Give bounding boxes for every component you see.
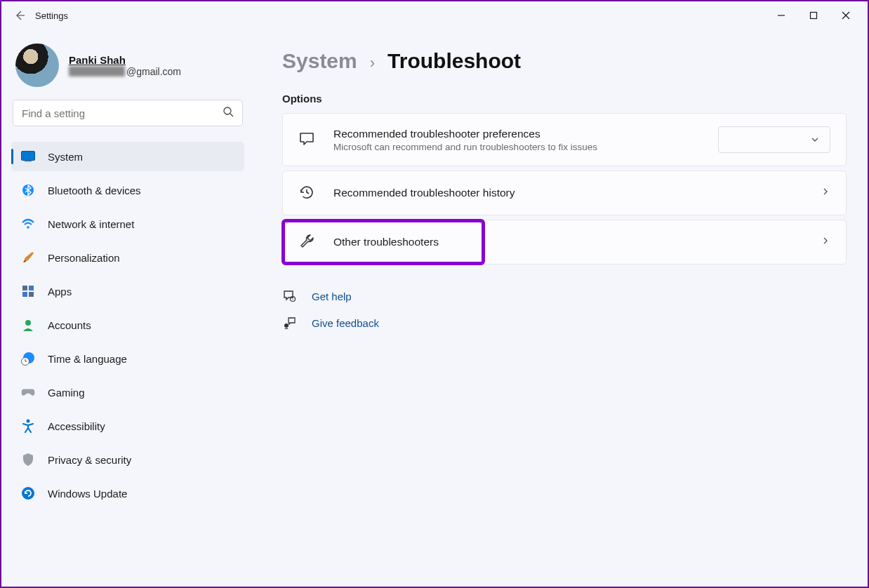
back-button[interactable]: [7, 3, 32, 28]
sidebar-item-privacy[interactable]: Privacy & security: [11, 445, 244, 474]
email-redacted: [69, 66, 125, 76]
link-label: Get help: [312, 290, 352, 302]
sidebar-item-label: Personalization: [48, 252, 120, 264]
give-feedback-link[interactable]: Give feedback: [282, 309, 847, 336]
card-other-troubleshooters[interactable]: Other troubleshooters: [282, 220, 847, 265]
minimize-button[interactable]: [765, 4, 797, 27]
get-help-link[interactable]: ? Get help: [282, 283, 847, 309]
sidebar-item-time[interactable]: Time & language: [11, 344, 244, 373]
system-icon: [21, 149, 35, 163]
preferences-dropdown[interactable]: [718, 126, 830, 153]
sidebar-item-network[interactable]: Network & internet: [11, 209, 244, 239]
card-title: Recommended troubleshooter preferences: [333, 128, 597, 140]
sidebar-item-label: Privacy & security: [48, 454, 131, 466]
sidebar: Panki Shah @gmail.com System Bluetooth &…: [1, 29, 254, 587]
sidebar-item-bluetooth[interactable]: Bluetooth & devices: [11, 175, 244, 205]
feedback-icon: [282, 316, 296, 330]
svg-point-14: [22, 487, 34, 500]
globe-clock-icon: [21, 352, 35, 366]
card-title: Recommended troubleshooter history: [333, 187, 515, 199]
sidebar-item-label: Accounts: [48, 319, 91, 331]
section-label: Options: [282, 93, 847, 105]
sidebar-item-gaming[interactable]: Gaming: [11, 377, 244, 407]
maximize-button[interactable]: [797, 4, 830, 27]
search-icon: [223, 106, 234, 120]
sidebar-item-label: Gaming: [48, 387, 85, 399]
titlebar: Settings: [1, 1, 868, 29]
close-button[interactable]: [830, 4, 862, 27]
chevron-right-icon: ›: [370, 54, 375, 72]
history-icon: [298, 184, 317, 202]
svg-point-5: [27, 226, 29, 229]
svg-point-10: [25, 320, 31, 326]
profile-email: @gmail.com: [69, 66, 181, 77]
wifi-icon: [21, 217, 35, 231]
gamepad-icon: [21, 385, 35, 399]
sidebar-item-label: Bluetooth & devices: [48, 185, 141, 196]
main-content: System › Troubleshoot Options Recommende…: [254, 29, 868, 587]
svg-rect-7: [29, 286, 34, 290]
link-label: Give feedback: [312, 317, 379, 329]
svg-rect-3: [25, 161, 32, 161]
sidebar-item-update[interactable]: Windows Update: [11, 479, 244, 508]
window-title: Settings: [35, 11, 68, 21]
card-title: Other troubleshooters: [333, 236, 439, 248]
sidebar-item-label: Network & internet: [48, 218, 134, 230]
card-subtitle: Microsoft can recommend and run troubles…: [333, 142, 597, 152]
profile-block[interactable]: Panki Shah @gmail.com: [11, 38, 244, 100]
chevron-down-icon: [810, 135, 820, 145]
search-input[interactable]: [22, 107, 223, 119]
arrow-left-icon: [14, 10, 25, 21]
page-title: Troubleshoot: [387, 49, 521, 73]
apps-icon: [21, 284, 35, 298]
breadcrumb-parent[interactable]: System: [282, 49, 357, 73]
sidebar-item-label: Time & language: [48, 353, 127, 365]
shield-icon: [21, 453, 35, 467]
svg-point-1: [224, 107, 231, 114]
sidebar-item-label: Windows Update: [48, 488, 127, 500]
svg-point-17: [284, 323, 288, 328]
footer-links: ? Get help Give feedback: [282, 283, 847, 336]
sidebar-item-accessibility[interactable]: Accessibility: [11, 411, 244, 441]
svg-rect-2: [22, 152, 35, 161]
sidebar-item-label: System: [48, 151, 83, 163]
svg-rect-9: [29, 292, 34, 297]
maximize-icon: [809, 11, 818, 20]
svg-point-13: [27, 420, 30, 423]
brush-icon: [21, 250, 35, 265]
sidebar-item-personalization[interactable]: Personalization: [11, 243, 244, 272]
sidebar-item-label: Apps: [48, 286, 72, 298]
minimize-icon: [777, 11, 785, 20]
card-troubleshooter-preferences[interactable]: Recommended troubleshooter preferences M…: [282, 113, 847, 166]
svg-rect-0: [811, 13, 817, 19]
svg-rect-6: [22, 286, 27, 290]
sidebar-item-accounts[interactable]: Accounts: [11, 310, 244, 340]
accessibility-icon: [21, 419, 35, 433]
card-troubleshooter-history[interactable]: Recommended troubleshooter history: [282, 171, 847, 215]
breadcrumb: System › Troubleshoot: [282, 49, 847, 73]
sidebar-item-apps[interactable]: Apps: [11, 276, 244, 306]
chevron-right-icon: [821, 187, 830, 199]
profile-name: Panki Shah: [69, 54, 181, 66]
update-icon: [21, 486, 35, 500]
help-icon: ?: [282, 289, 296, 303]
wrench-icon: [298, 233, 317, 251]
close-icon: [842, 11, 850, 20]
chevron-right-icon: [821, 236, 830, 248]
bluetooth-icon: [21, 183, 35, 197]
search-box[interactable]: [13, 100, 243, 126]
avatar: [15, 44, 59, 87]
sidebar-item-label: Accessibility: [48, 420, 105, 432]
svg-text:?: ?: [292, 297, 294, 301]
sidebar-item-system[interactable]: System: [11, 142, 244, 171]
speech-bubble-icon: [298, 131, 317, 149]
svg-rect-8: [22, 292, 27, 297]
person-icon: [21, 318, 35, 332]
sidebar-nav: System Bluetooth & devices Network & int…: [11, 142, 244, 508]
